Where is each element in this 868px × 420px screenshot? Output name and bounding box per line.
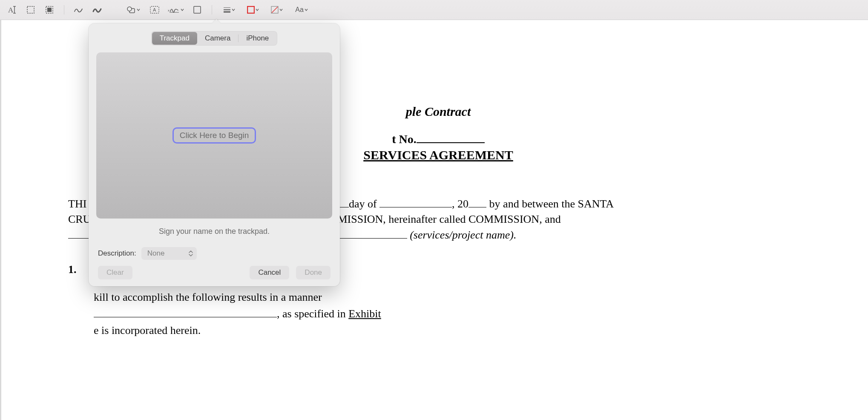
signature-source-tabs: Trackpad Camera iPhone — [96, 31, 332, 46]
page-edge — [0, 20, 1, 420]
blank-month — [379, 207, 452, 207]
toolbar-separator — [64, 5, 64, 14]
done-button[interactable]: Done — [296, 266, 331, 279]
cancel-button[interactable]: Cancel — [250, 266, 289, 279]
description-row: Description: None — [96, 247, 332, 260]
para2-specified: , as specified in — [277, 308, 348, 320]
svg-text:A: A — [8, 6, 14, 14]
svg-point-8 — [127, 7, 132, 11]
para1-byand: by and between the SANTA — [486, 198, 614, 210]
updown-stepper-icon — [188, 250, 193, 257]
para2-exhibit: Exhibit — [348, 308, 381, 320]
markup-toolbar: A A x Aa — [0, 0, 868, 20]
para1-services-name: (services/project name). — [410, 229, 516, 241]
note-tool[interactable] — [189, 3, 206, 17]
para1-dayof: day of — [349, 198, 379, 210]
tab-trackpad[interactable]: Trackpad — [152, 32, 197, 45]
description-label: Description: — [98, 249, 136, 258]
text-box-tool[interactable]: A — [146, 3, 163, 17]
shapes-tool[interactable] — [122, 3, 144, 17]
para2-line1: kill to accomplish the following results… — [94, 291, 322, 303]
sign-tool[interactable]: x — [165, 3, 187, 17]
blank-year — [468, 207, 486, 207]
paragraph-2: kill to accomplish the following results… — [34, 289, 842, 339]
clear-button[interactable]: Clear — [98, 266, 132, 279]
click-to-begin-button[interactable]: Click Here to Begin — [172, 127, 256, 144]
contract-no-blank — [417, 142, 485, 143]
text-selection-tool[interactable]: A — [3, 3, 20, 17]
svg-text:A: A — [153, 7, 156, 12]
chevron-down-icon — [279, 8, 283, 12]
popover-arrow — [212, 19, 221, 23]
svg-rect-4 — [27, 6, 34, 13]
svg-text:x: x — [168, 9, 170, 12]
chevron-down-icon — [137, 8, 140, 12]
chevron-down-icon — [232, 8, 235, 12]
sketch-tool[interactable] — [70, 3, 87, 17]
signature-instruction: Sign your name on the trackpad. — [96, 227, 332, 236]
font-style-tool[interactable]: Aa — [290, 3, 313, 17]
draw-tool[interactable] — [89, 3, 106, 17]
para1-frag-thi: THI — [68, 198, 86, 210]
tab-iphone[interactable]: iPhone — [239, 32, 276, 45]
signature-canvas[interactable]: Click Here to Begin — [96, 52, 332, 219]
border-color-tool[interactable] — [242, 3, 264, 17]
rect-selection-filled-tool[interactable] — [41, 3, 58, 17]
signature-popover: Trackpad Camera iPhone Click Here to Beg… — [89, 23, 340, 286]
svg-rect-17 — [247, 6, 254, 13]
chevron-down-icon — [305, 8, 308, 12]
description-select[interactable]: None — [141, 247, 197, 260]
svg-line-19 — [272, 7, 278, 13]
chevron-down-icon — [256, 8, 259, 12]
para1-20: , 20 — [452, 198, 468, 210]
toolbar-separator — [212, 5, 212, 14]
popover-button-row: Clear Cancel Done — [96, 266, 332, 279]
tab-camera[interactable]: Camera — [197, 32, 238, 45]
fill-color-tool[interactable] — [266, 3, 288, 17]
rect-selection-tool[interactable] — [22, 3, 39, 17]
chevron-down-icon — [181, 8, 184, 12]
para2-incorporated: e is incorporated herein. — [94, 324, 201, 337]
text-style-label: Aa — [295, 6, 304, 14]
svg-rect-6 — [47, 8, 52, 12]
border-style-tool[interactable] — [218, 3, 240, 17]
contract-no-label: t No. — [392, 132, 417, 146]
svg-rect-13 — [194, 6, 201, 13]
para1-frag-cru: CRU — [68, 213, 91, 225]
description-value: None — [147, 249, 165, 257]
blank-line — [94, 317, 277, 317]
